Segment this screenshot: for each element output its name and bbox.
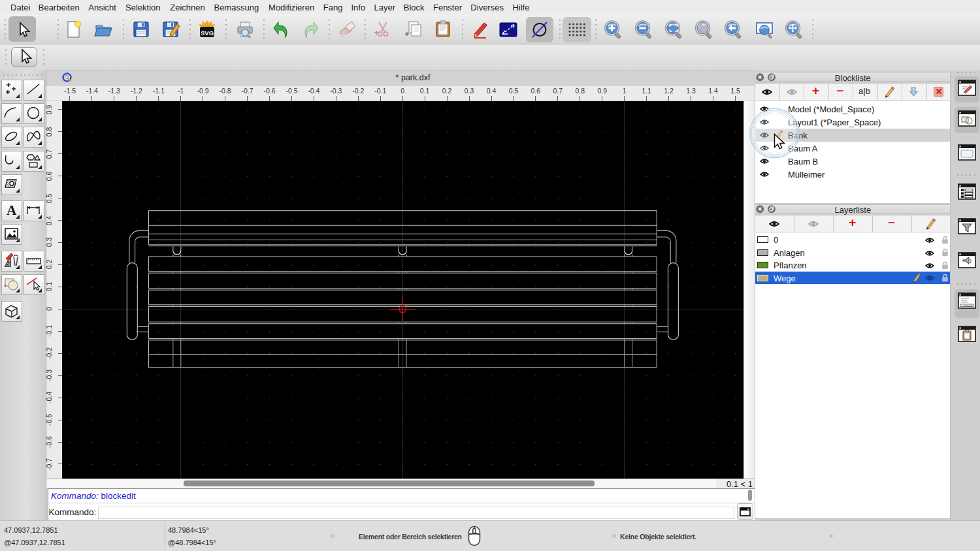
svg-text:SVG: SVG (201, 29, 214, 37)
svg-text:c command: c command (962, 304, 972, 307)
svg-text:A: A (7, 202, 17, 218)
